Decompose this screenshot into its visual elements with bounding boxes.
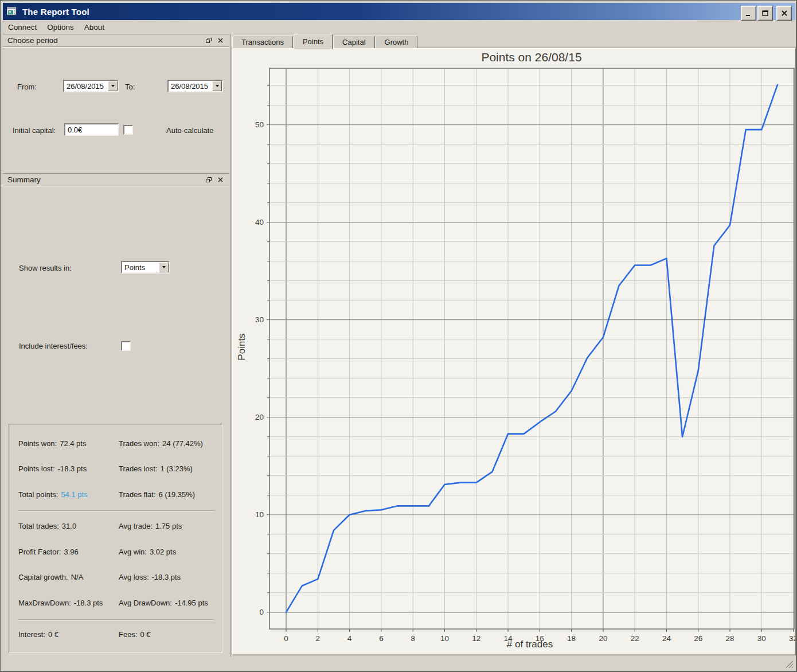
tab-capital[interactable]: Capital: [333, 36, 374, 48]
stat-label: Total points:: [18, 490, 58, 499]
stat-label: Total trades:: [18, 522, 59, 530]
stat-row: Total trades:31.0Avg trade:1.75 pts: [9, 514, 222, 537]
to-date-combobox[interactable]: 26/08/2015: [167, 80, 223, 92]
y-tick-label: 20: [255, 413, 264, 421]
tab-growth[interactable]: Growth: [376, 36, 418, 48]
stat-row: Profit Factor:3.96Avg win:3.02 pts: [9, 540, 222, 563]
y-axis-label: Points: [236, 333, 247, 360]
minimize-button[interactable]: [741, 6, 756, 21]
x-tick-label: 22: [631, 634, 639, 643]
stat-value: 72.4 pts: [60, 439, 86, 448]
x-tick-label: 10: [440, 634, 449, 643]
stat-cell-right: Avg trade:1.75 pts: [119, 522, 182, 530]
auto-calculate-checkbox[interactable]: [123, 125, 133, 135]
show-results-dropdown-button[interactable]: [159, 262, 169, 272]
stat-value: N/A: [71, 573, 84, 581]
stat-cell-left: Total points:54.1 pts: [18, 490, 119, 499]
stat-value: 1.75 pts: [155, 522, 182, 530]
stat-value: 3.02 pts: [150, 548, 176, 556]
stat-label: Avg DrawDown:: [119, 599, 172, 607]
stat-value: 0 €: [140, 630, 151, 639]
close-panel-button[interactable]: [216, 36, 225, 45]
stat-cell-left: Total trades:31.0: [18, 522, 119, 530]
choose-period-title: Choose period: [7, 36, 58, 45]
include-interest-label: Include interest/fees:: [19, 342, 88, 350]
menu-item-about[interactable]: About: [79, 21, 110, 33]
summary-stats-box: Points won:72.4 ptsTrades won:24 (77.42%…: [9, 424, 222, 653]
stat-value: 0 €: [48, 630, 58, 639]
stat-cell-left: Points won:72.4 pts: [18, 439, 119, 448]
x-tick-label: 28: [726, 634, 735, 643]
stats-divider: [18, 619, 213, 620]
chevron-down-icon: [111, 85, 115, 87]
close-panel-button[interactable]: [216, 175, 225, 184]
stat-row: Capital growth:N/AAvg loss:-18.3 pts: [9, 566, 222, 589]
y-tick-label: 30: [255, 315, 264, 324]
float-panel-button[interactable]: [205, 175, 213, 184]
summary-panel: Summary Show results in: Points Include …: [3, 173, 229, 657]
float-icon: [206, 177, 212, 183]
x-tick-label: 32: [789, 634, 795, 643]
from-date-combobox[interactable]: 26/08/2015: [63, 80, 119, 92]
stat-cell-right: Fees:0 €: [119, 630, 151, 639]
maximize-button[interactable]: [757, 6, 773, 21]
application-window: The Report Tool ConnectOptionsAbout Choo…: [0, 0, 797, 672]
stat-label: Trades lost:: [119, 464, 157, 473]
choose-period-panel: Choose period From: 26/08/2015 To: 26/08…: [3, 34, 229, 171]
app-icon[interactable]: [7, 7, 17, 16]
summary-titlebar[interactable]: Summary: [3, 174, 229, 186]
show-results-combobox[interactable]: Points: [121, 261, 170, 274]
menu-item-options[interactable]: Options: [42, 21, 79, 33]
initial-capital-field-wrap: [64, 123, 119, 136]
x-tick-label: 0: [284, 634, 288, 643]
menu-bar: ConnectOptionsAbout: [3, 21, 795, 34]
from-date-value: 26/08/2015: [64, 82, 108, 91]
to-date-dropdown-button[interactable]: [212, 81, 222, 91]
stat-cell-right: Trades won:24 (77.42%): [119, 439, 203, 448]
stat-label: Capital growth:: [18, 573, 68, 581]
stat-label: Avg win:: [119, 548, 147, 556]
tab-bar: TransactionsPointsCapitalGrowth: [232, 33, 418, 48]
x-tick-label: 12: [472, 634, 480, 643]
stat-label: Profit Factor:: [18, 548, 61, 556]
stat-cell-right: Avg loss:-18.3 pts: [119, 573, 181, 581]
menu-item-connect[interactable]: Connect: [3, 21, 42, 33]
chevron-down-icon: [216, 85, 219, 87]
stat-label: MaxDrawDown:: [18, 599, 71, 607]
close-panel-icon: [218, 38, 223, 43]
x-tick-label: 30: [757, 634, 766, 643]
stat-label: Fees:: [119, 630, 138, 639]
float-panel-button[interactable]: [205, 36, 213, 45]
stat-row: Total points:54.1 ptsTrades flat:6 (19.3…: [9, 483, 222, 506]
show-results-value: Points: [122, 263, 159, 272]
include-interest-checkbox[interactable]: [121, 341, 131, 351]
stat-cell-right: Avg win:3.02 pts: [119, 548, 176, 556]
minimize-icon: [745, 10, 752, 17]
to-label: To:: [125, 83, 135, 91]
stat-value: -18.3 pts: [74, 599, 103, 607]
stat-cell-right: Trades lost:1 (3.23%): [119, 464, 193, 473]
status-bar: [3, 657, 795, 670]
stat-value: 3.96: [64, 548, 78, 556]
stat-value: 6 (19.35%): [159, 490, 196, 499]
stat-label: Trades won:: [119, 439, 159, 448]
summary-title: Summary: [7, 175, 41, 184]
initial-capital-input[interactable]: [65, 126, 118, 134]
points-tab-pane: 0246810121416182022242628303201020304050…: [232, 48, 796, 655]
maximize-icon: [762, 10, 769, 17]
close-button[interactable]: [776, 6, 792, 21]
resize-grip[interactable]: [784, 659, 794, 669]
show-results-label: Show results in:: [19, 264, 72, 272]
auto-calculate-label: Auto-calculate: [166, 126, 213, 135]
x-tick-label: 24: [662, 634, 671, 643]
tab-points[interactable]: Points: [294, 34, 333, 49]
stat-value: 24 (77.42%): [162, 439, 203, 448]
from-label: From:: [17, 83, 37, 91]
tab-transactions[interactable]: Transactions: [232, 36, 293, 48]
x-axis-label: # of trades: [507, 639, 553, 650]
stat-cell-right: Avg DrawDown:-14.95 pts: [119, 599, 208, 607]
title-bar[interactable]: The Report Tool: [3, 3, 795, 20]
from-date-dropdown-button[interactable]: [108, 81, 118, 91]
stat-cell-left: MaxDrawDown:-18.3 pts: [18, 599, 119, 607]
choose-period-titlebar[interactable]: Choose period: [3, 34, 229, 47]
